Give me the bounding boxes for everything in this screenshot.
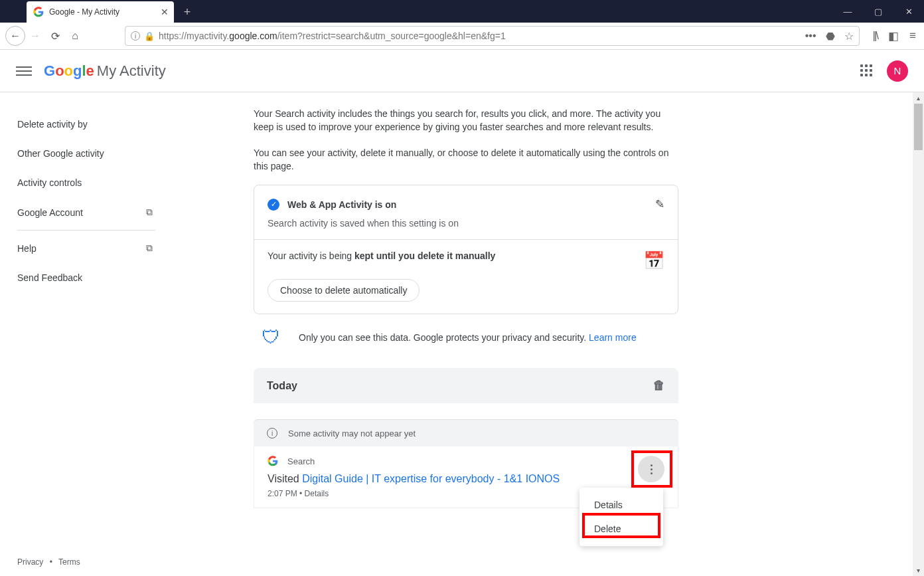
more-actions-icon[interactable]: •••	[805, 30, 816, 42]
forward-button[interactable]: →	[25, 26, 45, 46]
sidebar-item-help[interactable]: Help⧉	[17, 233, 173, 263]
terms-link[interactable]: Terms	[58, 557, 80, 567]
activity-service: Search	[268, 456, 664, 466]
day-label: Today	[267, 380, 297, 392]
menu-item-delete[interactable]: Delete	[579, 517, 663, 541]
account-avatar[interactable]: N	[887, 60, 908, 82]
kebab-icon	[651, 463, 653, 475]
home-button[interactable]: ⌂	[65, 26, 85, 46]
scrollbar-thumb[interactable]	[914, 104, 923, 150]
lock-icon: 🔒	[144, 31, 155, 41]
site-info-icon[interactable]: i	[131, 31, 140, 41]
apps-grid-icon[interactable]	[860, 64, 874, 78]
library-icon[interactable]: ||\	[873, 29, 878, 43]
activity-title: Visited Digital Guide | IT expertise for…	[268, 473, 664, 485]
sidebar-item-google-account[interactable]: Google Account⧉	[17, 197, 173, 227]
sidebar-item-other-activity[interactable]: Other Google activity	[17, 139, 173, 168]
google-g-icon	[268, 456, 278, 466]
calendar-icon: 📅	[643, 250, 664, 271]
footer-links: Privacy • Terms	[17, 557, 80, 567]
activity-item: Search Visited Digital Guide | IT expert…	[254, 446, 678, 508]
reload-button[interactable]: ⟳	[45, 26, 65, 46]
browser-toolbar: ← → ⟳ ⌂ i 🔒 https://myactivity.google.co…	[0, 23, 924, 50]
close-window-button[interactable]: ✕	[893, 0, 924, 23]
menu-item-details[interactable]: Details	[579, 493, 663, 517]
tab-title: Google - My Activity	[49, 7, 119, 17]
delete-day-icon[interactable]: 🗑	[653, 379, 665, 393]
menu-icon[interactable]	[16, 64, 32, 78]
google-logo[interactable]: Google My Activity	[44, 62, 166, 80]
window-controls: — ▢ ✕	[832, 0, 924, 23]
external-link-icon: ⧉	[146, 242, 153, 254]
back-button[interactable]: ←	[5, 26, 25, 46]
new-tab-button[interactable]: +	[178, 3, 196, 21]
waa-title: Web & App Activity is on	[287, 199, 396, 210]
check-icon: ✓	[268, 199, 279, 211]
minimize-button[interactable]: —	[832, 0, 863, 23]
vertical-scrollbar[interactable]: ▴ ▾	[913, 92, 924, 576]
sidebar-item-activity-controls[interactable]: Activity controls	[17, 168, 173, 197]
activity-menu-button[interactable]	[638, 456, 664, 482]
learn-more-link[interactable]: Learn more	[589, 332, 637, 343]
google-favicon-icon	[33, 7, 44, 17]
browser-menu-icon[interactable]: ≡	[909, 29, 916, 43]
main-content: Your Search activity includes the things…	[173, 92, 924, 576]
retention-text: Your activity is being kept until you de…	[268, 250, 495, 261]
url-text: https://myactivity.google.com/item?restr…	[159, 31, 506, 41]
intro-text-1: Your Search activity includes the things…	[254, 107, 678, 134]
external-link-icon: ⧉	[146, 207, 153, 218]
intro-text-2: You can see your activity, delete it man…	[254, 146, 678, 173]
page-content: Delete activity by Other Google activity…	[0, 92, 924, 576]
browser-tab[interactable]: Google - My Activity ✕	[27, 1, 174, 23]
shield-icon: 🛡	[262, 326, 280, 348]
page-title: My Activity	[97, 62, 166, 80]
bookmark-star-icon[interactable]: ☆	[844, 30, 854, 43]
scroll-down-icon[interactable]: ▾	[913, 565, 924, 576]
sidebar: Delete activity by Other Google activity…	[0, 92, 173, 576]
address-bar[interactable]: i 🔒 https://myactivity.google.com/item?r…	[125, 26, 860, 46]
activity-link[interactable]: Digital Guide | IT expertise for everybo…	[302, 473, 560, 484]
activity-dropdown-menu: Details Delete	[579, 488, 663, 546]
sidebar-item-delete-activity-by[interactable]: Delete activity by	[17, 110, 173, 139]
page-header: Google My Activity N	[0, 50, 924, 92]
waa-card: ✓ Web & App Activity is on ✎ Search acti…	[254, 185, 678, 314]
browser-tab-strip: Google - My Activity ✕ + — ▢ ✕	[0, 0, 924, 23]
day-header: Today 🗑	[254, 368, 678, 403]
tab-close-icon[interactable]: ✕	[161, 7, 169, 17]
maximize-button[interactable]: ▢	[863, 0, 893, 23]
info-icon: i	[267, 428, 277, 438]
scroll-up-icon[interactable]: ▴	[913, 92, 924, 104]
privacy-link[interactable]: Privacy	[17, 557, 43, 567]
sidebar-icon[interactable]: ◧	[888, 29, 899, 43]
pending-banner: i Some activity may not appear yet	[254, 419, 678, 446]
sidebar-item-feedback[interactable]: Send Feedback	[17, 263, 173, 292]
waa-subtitle: Search activity is saved when this setti…	[268, 218, 664, 229]
edit-icon[interactable]: ✎	[655, 197, 664, 211]
pocket-icon[interactable]: ⬣	[826, 30, 835, 43]
auto-delete-button[interactable]: Choose to delete automatically	[268, 279, 420, 302]
privacy-notice: 🛡 Only you can see this data. Google pro…	[254, 326, 678, 348]
